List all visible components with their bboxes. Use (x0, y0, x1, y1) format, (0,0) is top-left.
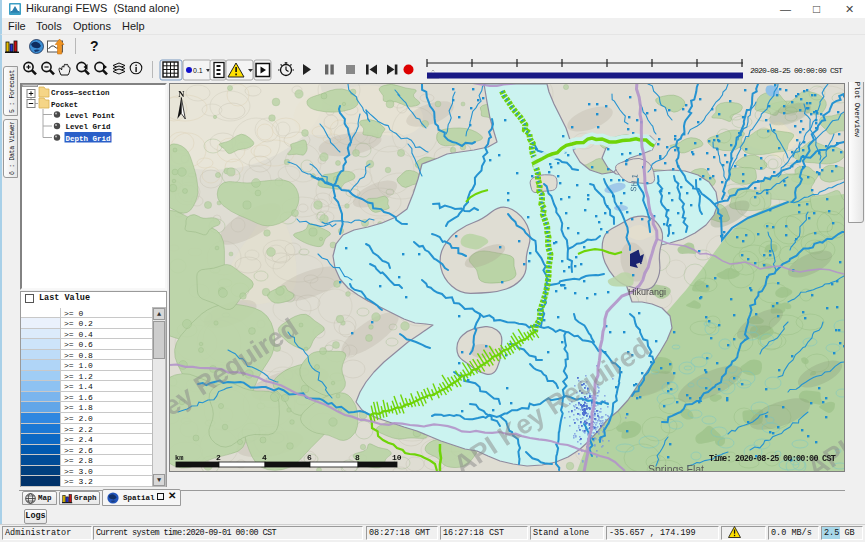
svg-text:Depth Grid: Depth Grid (66, 135, 111, 143)
svg-text:4: 4 (262, 453, 267, 462)
svg-text:6: 6 (307, 453, 312, 462)
svg-text:0.1: 0.1 (193, 67, 203, 74)
svg-text:SH 1: SH 1 (629, 173, 640, 192)
svg-text:Springs Flat: Springs Flat (648, 463, 704, 471)
svg-text:Hikurangi: Hikurangi (628, 287, 666, 297)
svg-text:8: 8 (355, 453, 360, 462)
svg-text:Time: 2020-08-25 00:00:00 CST: Time: 2020-08-25 00:00:00 CST (709, 454, 836, 464)
svg-text:Level Point: Level Point (66, 112, 116, 120)
svg-text:Cross—section: Cross—section (51, 89, 110, 97)
svg-text:km: km (175, 454, 183, 462)
svg-text:2: 2 (216, 453, 221, 462)
svg-text:Level Grid: Level Grid (66, 123, 111, 131)
svg-text:10: 10 (392, 453, 402, 462)
svg-text:Pocket: Pocket (51, 101, 78, 109)
